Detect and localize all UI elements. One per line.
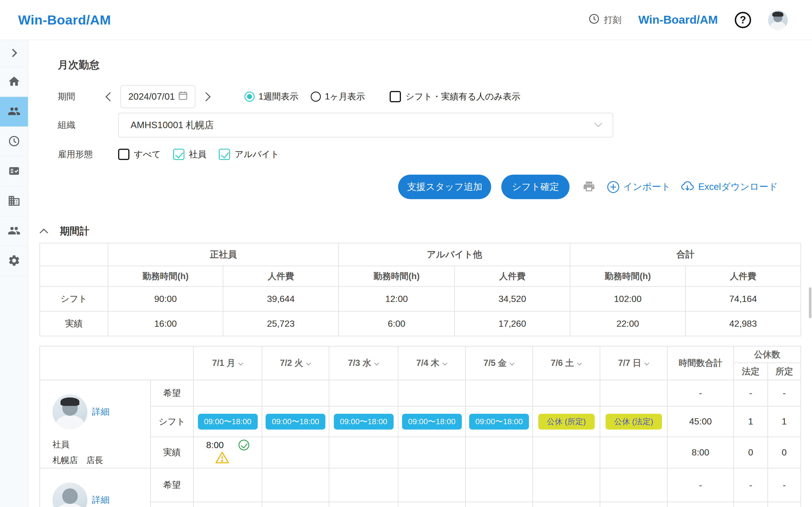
period-total-section-header: 期間計 [40, 224, 812, 238]
sidebar-item-staff[interactable] [0, 97, 28, 127]
summary-corner-cell [40, 243, 108, 266]
help-button[interactable]: ? [735, 12, 751, 28]
calendar-icon [177, 90, 189, 103]
week-view-radio[interactable]: 1週間表示 [245, 91, 298, 103]
chevron-down-icon [644, 361, 649, 365]
user-avatar[interactable] [768, 10, 788, 30]
warning-triangle-icon[interactable] [215, 451, 230, 465]
period-total-table: 正社員 アルバイト他 合計 勤務時間(h) 人件費 勤務時間(h) 人件費 勤務… [40, 243, 801, 336]
organization-value: AMHS10001 札幌店 [131, 119, 214, 131]
day-header-5[interactable]: 7/5 金 [465, 346, 532, 380]
print-button[interactable] [582, 180, 596, 194]
sidebar-item-settings[interactable] [0, 246, 28, 276]
actual-cell[interactable] [600, 437, 667, 468]
staff-detail-link[interactable]: 詳細 [92, 494, 109, 506]
hope-legal-count: - [733, 468, 768, 502]
view-mode-group: 1週間表示 1ヶ月表示 シフト・実績有る人のみ表示 [245, 91, 520, 103]
summary-group-parttime: アルバイト他 [339, 243, 570, 266]
app-logo[interactable]: Win-Board/AM [18, 12, 111, 27]
shift-chip[interactable]: 09:00〜18:00 [402, 414, 462, 430]
employment-filter-row: 雇用形態 すべて 社員 アルバイト [58, 146, 812, 163]
actual-cell[interactable] [398, 437, 465, 468]
actual-cell[interactable] [262, 437, 329, 468]
organization-select[interactable]: AMHS10001 札幌店 [118, 113, 613, 137]
day-header-4[interactable]: 7/4 木 [398, 346, 465, 380]
staff-avatar [52, 394, 87, 429]
actual-cell[interactable] [465, 437, 532, 468]
shift-cell: 公休 (法定) [600, 502, 667, 507]
summary-value: 17,260 [455, 311, 570, 336]
prev-period-button[interactable] [103, 91, 115, 103]
gear-icon [8, 254, 20, 268]
hope-cell[interactable] [193, 468, 262, 502]
only-with-data-checkbox[interactable]: シフト・実績有る人のみ表示 [390, 91, 520, 103]
hope-cell[interactable] [600, 380, 667, 406]
summary-value: 90:00 [108, 286, 223, 311]
sidebar-expand-button[interactable] [0, 40, 28, 67]
brand-link[interactable]: Win-Board/AM [638, 13, 718, 26]
hope-cell[interactable] [600, 468, 667, 502]
row-label-hope: 希望 [151, 468, 193, 502]
actual-cell[interactable] [329, 437, 398, 468]
holiday-scheduled-header: 所定 [768, 363, 801, 380]
checkbox-unchecked-icon [118, 149, 130, 160]
day-header-7[interactable]: 7/7 日 [600, 346, 667, 380]
total-hours-header: 時間数合計 [667, 346, 733, 380]
shift-chip[interactable]: 09:00〜18:00 [334, 414, 394, 430]
sidebar-item-organization[interactable] [0, 186, 28, 216]
approved-check-icon[interactable] [239, 440, 249, 450]
parttime-checkbox[interactable]: アルバイト [219, 149, 280, 160]
holiday-chip[interactable]: 公休 (法定) [606, 414, 662, 430]
actual-cell[interactable] [532, 437, 600, 468]
checkbox-checked-icon [173, 149, 185, 160]
hope-cell[interactable] [329, 468, 398, 502]
all-label: すべて [134, 149, 161, 160]
excel-download-link[interactable]: Excelダウンロード [680, 180, 778, 194]
chevron-down-icon [442, 361, 448, 365]
hope-cell[interactable] [398, 468, 465, 502]
hope-cell[interactable] [532, 468, 600, 502]
day-header-3[interactable]: 7/3 水 [329, 346, 398, 380]
shift-cell: 09:00〜18:00 [329, 406, 398, 437]
sidebar-item-members[interactable] [0, 216, 28, 246]
hope-cell[interactable] [532, 380, 600, 406]
month-view-radio[interactable]: 1ヶ月表示 [311, 91, 365, 103]
add-support-staff-button[interactable]: 支援スタッフ追加 [398, 175, 491, 199]
actual-time: 8:00 [206, 440, 223, 450]
date-input[interactable]: 2024/07/01 [120, 85, 195, 108]
next-period-button[interactable] [200, 91, 213, 103]
day-header-2[interactable]: 7/2 火 [262, 346, 329, 380]
shift-chip[interactable]: 09:00〜18:00 [266, 414, 325, 430]
hope-cell[interactable] [193, 380, 262, 406]
import-link[interactable]: インポート [607, 180, 670, 193]
day-header-1[interactable]: 7/1 月 [193, 346, 262, 380]
date-value: 2024/07/01 [128, 91, 175, 102]
sidebar-item-approval[interactable] [0, 157, 28, 186]
hope-cell[interactable] [262, 468, 329, 502]
radio-unselected-icon [311, 92, 321, 102]
shift-chip[interactable]: 09:00〜18:00 [469, 414, 529, 430]
summary-value: 16:00 [108, 311, 223, 336]
row-label-shift: シフト [151, 502, 193, 507]
hope-cell[interactable] [329, 380, 398, 406]
hope-cell[interactable] [465, 380, 532, 406]
employee-checkbox[interactable]: 社員 [173, 149, 206, 160]
hope-cell[interactable] [398, 380, 465, 406]
hope-cell[interactable] [262, 380, 329, 406]
holiday-chip[interactable]: 公休 (所定) [538, 414, 595, 430]
hope-cell[interactable] [465, 468, 532, 502]
staff-detail-link[interactable]: 詳細 [92, 406, 109, 418]
sidebar-item-home[interactable] [0, 67, 28, 97]
sidebar-item-time[interactable] [0, 127, 28, 157]
collapse-chevron-icon[interactable] [40, 228, 49, 234]
checkbox-unchecked-icon [390, 91, 401, 102]
punch-clock-button[interactable]: 打刻 [588, 13, 621, 27]
scrollbar-thumb[interactable] [809, 287, 811, 318]
actual-cell[interactable]: 8:00 [193, 437, 262, 468]
day-header-6[interactable]: 7/6 土 [532, 346, 600, 380]
confirm-shift-button[interactable]: シフト確定 [501, 175, 569, 199]
all-checkbox[interactable]: すべて [118, 149, 161, 160]
summary-value: 74,164 [686, 286, 801, 311]
shift-chip[interactable]: 09:00〜18:00 [198, 414, 258, 430]
summary-value: 22:00 [570, 311, 686, 336]
